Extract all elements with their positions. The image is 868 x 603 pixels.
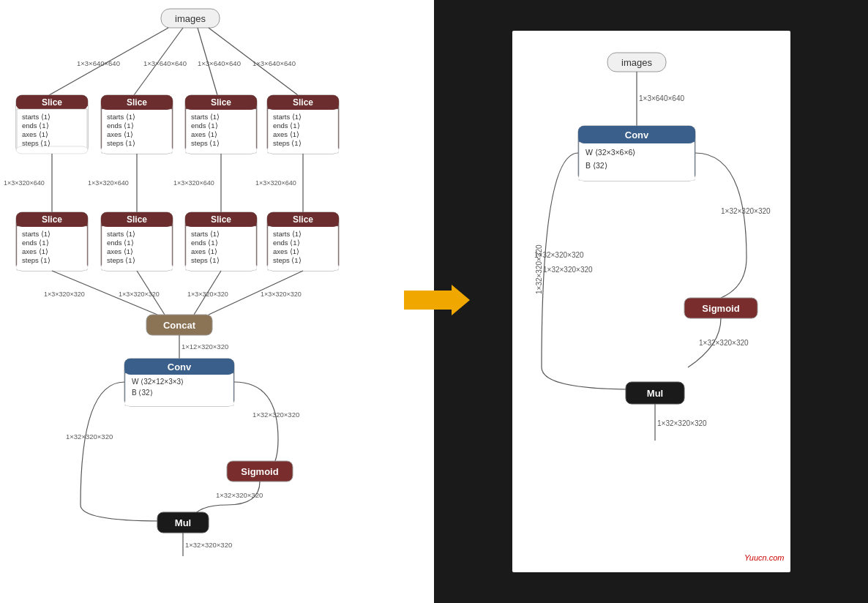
svg-text:Slice: Slice — [293, 97, 313, 108]
svg-text:B ⟨32⟩: B ⟨32⟩ — [585, 161, 607, 170]
svg-text:Slice: Slice — [127, 97, 147, 108]
svg-text:ends ⟨1⟩: ends ⟨1⟩ — [191, 239, 218, 247]
svg-text:1×3×320×320: 1×3×320×320 — [187, 291, 228, 298]
svg-text:starts ⟨1⟩: starts ⟨1⟩ — [22, 113, 50, 121]
svg-text:axes ⟨1⟩: axes ⟨1⟩ — [22, 247, 48, 255]
svg-text:Slice: Slice — [127, 214, 147, 225]
svg-text:Mul: Mul — [175, 517, 191, 528]
svg-text:1×32×320×320: 1×32×320×320 — [699, 339, 749, 347]
svg-text:1×12×320×320: 1×12×320×320 — [182, 342, 228, 351]
svg-text:ends ⟨1⟩: ends ⟨1⟩ — [273, 239, 300, 247]
svg-text:starts ⟨1⟩: starts ⟨1⟩ — [273, 230, 302, 238]
svg-text:1×32×320×320: 1×32×320×320 — [185, 541, 232, 549]
svg-text:ends ⟨1⟩: ends ⟨1⟩ — [107, 239, 134, 247]
right-diagram-container: images 1×3×640×640 Conv W ⟨32×3×6×6⟩ B ⟨… — [512, 31, 790, 572]
svg-text:steps ⟨1⟩: steps ⟨1⟩ — [22, 139, 50, 147]
svg-text:starts ⟨1⟩: starts ⟨1⟩ — [22, 230, 50, 238]
left-diagram: images 1×3×640×640 1×3×640×640 1×3×640×6… — [0, 0, 424, 593]
svg-text:1×3×320×320: 1×3×320×320 — [44, 291, 85, 298]
svg-text:1×32×320×320: 1×32×320×320 — [66, 432, 113, 441]
svg-rect-87 — [267, 263, 339, 271]
svg-text:starts ⟨1⟩: starts ⟨1⟩ — [273, 113, 302, 121]
svg-text:steps ⟨1⟩: steps ⟨1⟩ — [191, 139, 220, 147]
svg-text:Conv: Conv — [624, 130, 648, 141]
svg-text:1×3×320×320: 1×3×320×320 — [261, 291, 302, 298]
svg-rect-25 — [101, 146, 173, 154]
arrow-container — [404, 282, 470, 321]
svg-text:Sigmoid: Sigmoid — [241, 466, 278, 477]
svg-text:1×3×320×640: 1×3×320×640 — [255, 179, 296, 187]
svg-text:1×32×320×320: 1×32×320×320 — [657, 419, 707, 427]
svg-text:steps ⟨1⟩: steps ⟨1⟩ — [191, 256, 220, 264]
svg-text:B ⟨32⟩: B ⟨32⟩ — [132, 389, 153, 397]
svg-text:W ⟨32×12×3×3⟩: W ⟨32×12×3×3⟩ — [132, 378, 184, 386]
svg-rect-108 — [124, 400, 234, 406]
svg-text:Slice: Slice — [211, 97, 231, 108]
svg-text:steps ⟨1⟩: steps ⟨1⟩ — [22, 256, 50, 264]
svg-text:Mul: Mul — [646, 388, 662, 399]
svg-text:images: images — [175, 13, 206, 24]
right-panel: images 1×3×640×640 Conv W ⟨32×3×6×6⟩ B ⟨… — [434, 0, 868, 603]
svg-text:Slice: Slice — [42, 97, 62, 108]
svg-rect-34 — [185, 146, 257, 154]
svg-text:axes ⟨1⟩: axes ⟨1⟩ — [191, 130, 217, 138]
svg-rect-60 — [16, 263, 88, 271]
svg-text:1×3×640×640: 1×3×640×640 — [252, 59, 296, 67]
svg-text:1×32×320×320: 1×32×320×320 — [216, 491, 263, 499]
svg-text:ends ⟨1⟩: ends ⟨1⟩ — [273, 121, 300, 130]
svg-text:1×32×320×320: 1×32×320×320 — [721, 207, 771, 215]
arrow — [404, 282, 470, 318]
svg-text:Slice: Slice — [211, 214, 231, 225]
svg-text:steps ⟨1⟩: steps ⟨1⟩ — [107, 139, 135, 147]
svg-text:ends ⟨1⟩: ends ⟨1⟩ — [191, 121, 218, 130]
svg-text:axes ⟨1⟩: axes ⟨1⟩ — [273, 247, 299, 255]
svg-rect-17 — [16, 146, 88, 154]
svg-text:starts ⟨1⟩: starts ⟨1⟩ — [191, 113, 220, 121]
svg-text:axes ⟨1⟩: axes ⟨1⟩ — [22, 130, 48, 138]
left-panel: images 1×3×640×640 1×3×640×640 1×3×640×6… — [0, 0, 434, 603]
svg-text:Slice: Slice — [42, 214, 62, 225]
svg-text:1×32×320×320: 1×32×320×320 — [534, 251, 584, 259]
svg-text:steps ⟨1⟩: steps ⟨1⟩ — [273, 256, 302, 264]
svg-text:Slice: Slice — [293, 214, 313, 225]
svg-text:1×3×640×640: 1×3×640×640 — [639, 94, 684, 102]
svg-text:ends ⟨1⟩: ends ⟨1⟩ — [22, 121, 49, 130]
svg-text:1×3×640×640: 1×3×640×640 — [77, 59, 120, 67]
svg-rect-43 — [267, 146, 339, 154]
svg-text:1×3×320×640: 1×3×320×640 — [173, 179, 214, 187]
svg-text:ends ⟨1⟩: ends ⟨1⟩ — [107, 121, 134, 130]
svg-text:axes ⟨1⟩: axes ⟨1⟩ — [107, 247, 133, 255]
svg-text:W ⟨32×3×6×6⟩: W ⟨32×3×6×6⟩ — [585, 148, 635, 157]
svg-rect-78 — [185, 263, 257, 271]
svg-text:Concat: Concat — [163, 320, 196, 331]
svg-text:1×32×320×320: 1×32×320×320 — [543, 266, 593, 274]
svg-text:starts ⟨1⟩: starts ⟨1⟩ — [107, 230, 135, 238]
svg-text:ends ⟨1⟩: ends ⟨1⟩ — [22, 239, 49, 247]
svg-rect-69 — [101, 263, 173, 271]
watermark: Yuucn.com — [744, 553, 785, 562]
svg-text:1×32×320×320: 1×32×320×320 — [252, 411, 299, 419]
svg-text:steps ⟨1⟩: steps ⟨1⟩ — [273, 139, 302, 147]
svg-text:steps ⟨1⟩: steps ⟨1⟩ — [107, 256, 135, 264]
svg-text:1×3×320×640: 1×3×320×640 — [4, 179, 45, 187]
svg-text:1×3×640×640: 1×3×640×640 — [143, 59, 187, 67]
svg-text:Conv: Conv — [168, 362, 192, 372]
svg-text:starts ⟨1⟩: starts ⟨1⟩ — [191, 230, 220, 238]
svg-text:Sigmoid: Sigmoid — [702, 303, 739, 314]
svg-text:starts ⟨1⟩: starts ⟨1⟩ — [107, 113, 135, 121]
svg-text:axes ⟨1⟩: axes ⟨1⟩ — [273, 130, 299, 138]
right-diagram: images 1×3×640×640 Conv W ⟨32×3×6×6⟩ B ⟨… — [512, 31, 790, 572]
svg-text:images: images — [621, 57, 652, 68]
svg-text:axes ⟨1⟩: axes ⟨1⟩ — [107, 130, 133, 138]
svg-rect-129 — [578, 175, 695, 181]
svg-text:axes ⟨1⟩: axes ⟨1⟩ — [191, 247, 217, 255]
svg-marker-121 — [404, 285, 470, 315]
svg-text:1×3×640×640: 1×3×640×640 — [198, 59, 241, 67]
svg-text:1×3×320×320: 1×3×320×320 — [119, 291, 160, 298]
svg-text:1×3×320×640: 1×3×320×640 — [88, 179, 129, 187]
